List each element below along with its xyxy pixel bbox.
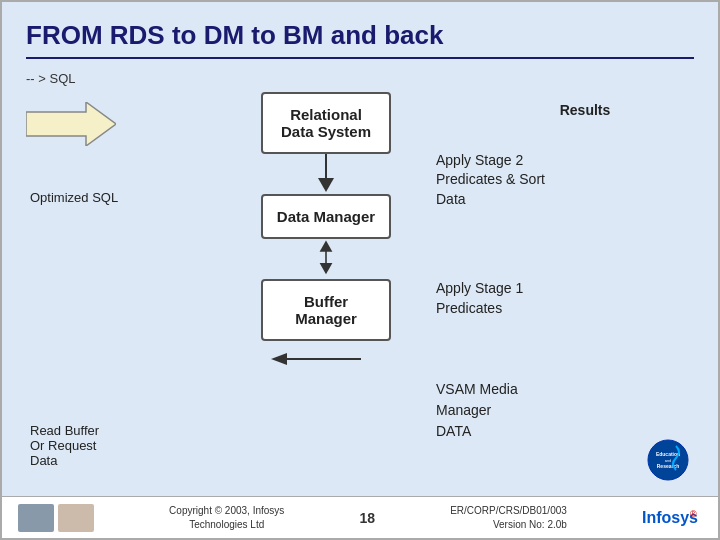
slide: FROM RDS to DM to BM and back -- > SQL O… (0, 0, 720, 540)
footer-image-2 (58, 504, 94, 532)
rds-box: Relational Data System (261, 92, 391, 154)
vsam-label: VSAM Media Manager DATA (436, 358, 694, 442)
bm-box: Buffer Manager (261, 279, 391, 341)
svg-marker-6 (271, 353, 287, 365)
center-column: Relational Data System Data Manager (246, 92, 406, 528)
left-column: Optimized SQL Read Buffer Or Request Dat… (26, 92, 246, 528)
slide-title: FROM RDS to DM to BM and back (26, 20, 694, 59)
arrow-dm-to-bm (316, 239, 336, 279)
sql-label: -- > SQL (26, 71, 694, 86)
footer-ref: ER/CORP/CRS/DB01/003 Version No: 2.0b (450, 504, 567, 532)
footer-copyright: Copyright © 2003, Infosys Technologies L… (169, 504, 284, 532)
footer: Copyright © 2003, Infosys Technologies L… (2, 496, 718, 538)
apply-stage2-label: Apply Stage 2 Predicates & Sort Data (436, 131, 694, 209)
svg-marker-0 (26, 102, 116, 146)
edu-research-logo: Education and Research (646, 438, 690, 486)
content-area: Optimized SQL Read Buffer Or Request Dat… (26, 92, 694, 528)
infosys-logo-area: Infosys ® (642, 507, 702, 529)
right-column: Results Apply Stage 2 Predicates & Sort … (406, 92, 694, 528)
arrow-rds-to-dm (316, 154, 336, 194)
results-label: Results (476, 102, 694, 118)
svg-marker-2 (318, 178, 334, 192)
arrow-bm-to-vsam (271, 349, 381, 373)
svg-marker-3 (320, 241, 333, 252)
footer-page-number: 18 (359, 510, 375, 526)
apply-stage1-label: Apply Stage 1 Predicates (436, 259, 694, 318)
footer-image-1 (18, 504, 54, 532)
input-arrow (26, 102, 116, 146)
optimized-sql-label: Optimized SQL (30, 190, 118, 205)
svg-text:®: ® (690, 509, 697, 519)
footer-images (18, 504, 94, 532)
footer-left (18, 504, 94, 532)
dm-box: Data Manager (261, 194, 391, 239)
svg-text:Research: Research (657, 463, 680, 469)
svg-marker-5 (320, 263, 333, 274)
